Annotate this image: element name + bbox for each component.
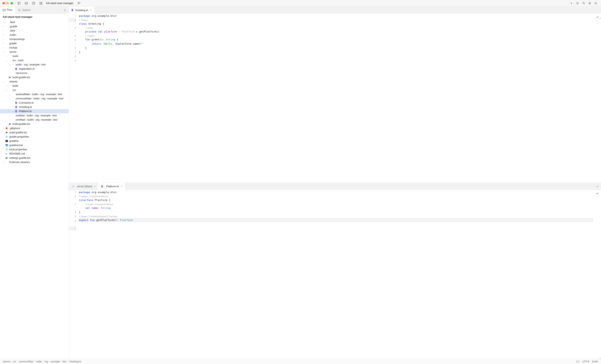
- bell-icon[interactable]: [587, 0, 592, 6]
- sidebar-tab-label: Files: [7, 8, 12, 11]
- svg-point-25: [6, 136, 7, 137]
- svg-point-18: [583, 2, 584, 4]
- file-encoding[interactable]: UTF-8: [582, 360, 589, 363]
- file-tree-item[interactable]: .gitignore: [0, 126, 69, 130]
- svg-rect-8: [42, 2, 42, 3]
- statusbar: shared/src/commonMain/kotlin/org/example…: [0, 359, 601, 364]
- close-window-button[interactable]: [2, 2, 5, 4]
- svg-rect-9: [40, 3, 40, 4]
- file-tree-item[interactable]: ›.kotlin: [0, 33, 69, 37]
- file-tree-item[interactable]: ⌄commonMain/kotlin/org/example/ktor: [0, 96, 69, 101]
- svg-rect-0: [18, 2, 20, 4]
- file-tree-item[interactable]: build.gradle.kts: [0, 75, 69, 79]
- file-tree-item[interactable]: ⌄shared: [0, 79, 69, 84]
- close-tab-button[interactable]: ×: [90, 9, 92, 12]
- sidebar: Files Search full-stack-task-manager ›.f…: [0, 7, 69, 359]
- file-tree-item[interactable]: ⌄src: [0, 88, 69, 92]
- file-tree-item[interactable]: ›build: [0, 84, 69, 88]
- problems-ok-icon[interactable]: [596, 15, 599, 19]
- problems-ok-icon[interactable]: [596, 192, 599, 195]
- search-icon: [18, 9, 21, 11]
- svg-point-15: [78, 2, 79, 3]
- file-tree[interactable]: ›.fleet›.gradle›.idea›.kotlin›composeApp…: [0, 20, 69, 359]
- file-tree-item[interactable]: ›androidMain/kotlin/org/example/ktor: [0, 92, 69, 96]
- editor-tab-label: Greeting.kt: [75, 9, 88, 12]
- editor-tab-greeting[interactable]: Greeting.kt ×: [69, 7, 94, 14]
- code-editor-top[interactable]: 123456789 package org.example.ktor2 usag…: [69, 14, 601, 182]
- svg-rect-10: [41, 3, 41, 4]
- sidebar-tab-files[interactable]: Files: [0, 7, 15, 14]
- file-tree-item[interactable]: M↓README.md: [0, 152, 69, 156]
- search-icon[interactable]: [581, 0, 586, 6]
- file-tree-item[interactable]: Constants.kt: [0, 101, 69, 105]
- close-tab-button[interactable]: ×: [94, 185, 96, 188]
- add-tab-button[interactable]: [61, 7, 69, 14]
- editor-tab[interactable]: Platform.kt×: [98, 183, 125, 190]
- file-tree-item[interactable]: ⌄server: [0, 50, 69, 54]
- close-tab-button[interactable]: ×: [121, 185, 122, 188]
- file-tree-item[interactable]: ›composeApp: [0, 37, 69, 41]
- file-tree-item[interactable]: ›.fleet: [0, 20, 69, 24]
- apps-grid-icon[interactable]: [38, 0, 44, 6]
- svg-rect-7: [41, 2, 41, 3]
- code-editor-bottom[interactable]: 1234567 package org.example.ktor7 usages…: [69, 190, 601, 359]
- file-tree-item[interactable]: build.gradle.kts: [0, 130, 69, 134]
- maximize-window-button[interactable]: [10, 2, 13, 4]
- kotlin-icon: [71, 9, 74, 11]
- panel-bottom-icon[interactable]: [23, 0, 29, 6]
- file-tree-item[interactable]: ›iosApp: [0, 46, 69, 50]
- bolt-icon[interactable]: [569, 0, 574, 6]
- editor-tab[interactable]: Jserver [Main]×: [69, 183, 98, 190]
- editor-tabs-bottom: Jserver [Main]×Platform.kt×: [69, 183, 601, 190]
- panel-right-icon[interactable]: [31, 0, 36, 6]
- add-tab-button[interactable]: [594, 183, 601, 190]
- editor-area: Greeting.kt × 123456789 package org.exam…: [69, 7, 601, 359]
- svg-rect-6: [40, 2, 40, 3]
- traffic-lights: [2, 2, 13, 4]
- file-tree-item[interactable]: gradlew: [0, 139, 69, 143]
- svg-line-19: [584, 4, 585, 4]
- file-tree-item[interactable]: settings.gradle.kts: [0, 156, 69, 160]
- file-tree-item[interactable]: ›gradle: [0, 41, 69, 46]
- file-tree-item[interactable]: ›.idea: [0, 29, 69, 33]
- file-tree-item[interactable]: Greeting.kt: [0, 105, 69, 109]
- sidebar-tab-search[interactable]: Search: [15, 7, 33, 14]
- run-icon[interactable]: [575, 0, 580, 6]
- settings-icon[interactable]: [593, 0, 599, 6]
- project-name: full-stack-task-manager: [0, 14, 69, 20]
- breadcrumbs[interactable]: shared/src/commonMain/kotlin/org/example…: [3, 360, 81, 363]
- file-tree-item[interactable]: ›build: [0, 54, 69, 58]
- svg-line-22: [20, 10, 20, 11]
- file-tree-item[interactable]: gradle.properties: [0, 134, 69, 139]
- file-language[interactable]: Kotlin: [592, 360, 598, 363]
- svg-point-29: [6, 149, 7, 150]
- sidebar-tabs: Files Search: [0, 7, 69, 14]
- svg-rect-14: [42, 4, 42, 5]
- minimize-window-button[interactable]: [7, 2, 9, 4]
- svg-point-21: [18, 9, 20, 11]
- svg-point-20: [595, 3, 596, 4]
- file-tree-item[interactable]: gradlew.bat: [0, 143, 69, 147]
- svg-rect-12: [40, 4, 40, 5]
- svg-rect-13: [41, 4, 41, 5]
- file-tree-item[interactable]: ›resources: [0, 71, 69, 75]
- plus-icon: [63, 9, 66, 11]
- svg-rect-26: [5, 140, 8, 142]
- file-tree-item[interactable]: Platform.kt: [0, 109, 69, 113]
- plus-icon: [596, 185, 599, 188]
- folder-icon: [3, 9, 6, 11]
- file-tree-item[interactable]: ⌄kotlin/org/example/ktor: [0, 62, 69, 67]
- add-person-icon[interactable]: [76, 0, 82, 6]
- file-tree-item[interactable]: ⌄src/main: [0, 58, 69, 62]
- file-tree-item[interactable]: Application.kt: [0, 67, 69, 71]
- panel-left-icon[interactable]: [16, 0, 22, 6]
- cursor-position[interactable]: 2:1: [576, 360, 580, 363]
- file-tree-item[interactable]: ›.gradle: [0, 24, 69, 29]
- file-tree-item[interactable]: ›External Libraries: [0, 160, 69, 164]
- file-tree-item[interactable]: ›jvmMain/kotlin/org/example/ktor: [0, 118, 69, 122]
- editor-pane-top: Greeting.kt × 123456789 package org.exam…: [69, 7, 601, 183]
- svg-rect-4: [32, 2, 35, 4]
- file-tree-item[interactable]: local.properties: [0, 147, 69, 152]
- file-tree-item[interactable]: build.gradle.kts: [0, 122, 69, 126]
- file-tree-item[interactable]: ›iosMain/kotlin/org/example/ktor: [0, 113, 69, 118]
